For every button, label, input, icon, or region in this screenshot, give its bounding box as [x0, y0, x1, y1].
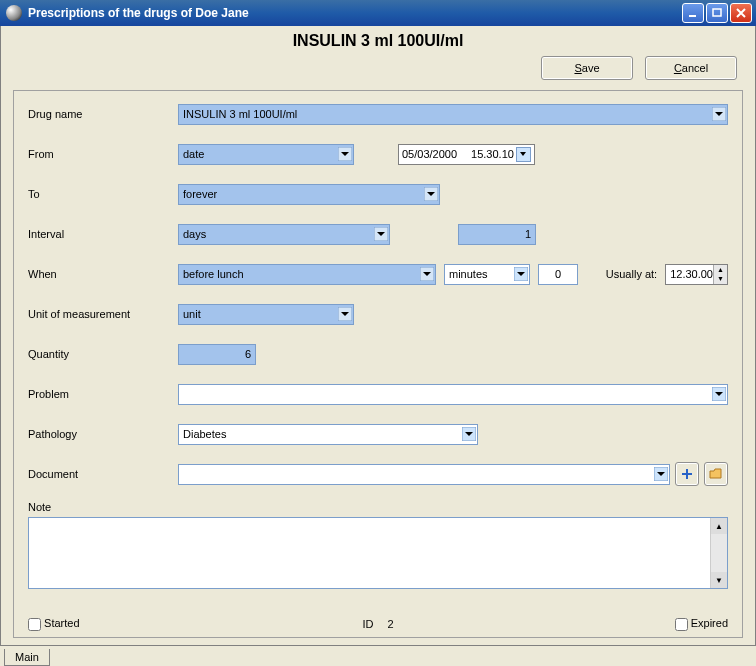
tab-main[interactable]: Main — [4, 649, 50, 666]
folder-icon — [709, 467, 723, 481]
chevron-down-icon[interactable] — [516, 147, 531, 162]
label-id: ID — [362, 618, 373, 630]
maximize-button[interactable] — [706, 3, 728, 23]
tab-bar: Main — [0, 646, 756, 666]
label-to: To — [28, 188, 178, 200]
label-document: Document — [28, 468, 178, 480]
started-checkbox[interactable] — [28, 618, 41, 631]
unit-select[interactable]: unit — [178, 304, 354, 325]
interval-unit-select[interactable]: days — [178, 224, 390, 245]
minimize-button[interactable] — [682, 3, 704, 23]
pathology-select[interactable]: Diabetes — [178, 424, 478, 445]
from-time-value: 15.30.10 — [471, 148, 514, 160]
note-textarea-wrap: ▲ ▼ — [28, 517, 728, 589]
top-button-row: Save Cancel — [1, 50, 755, 90]
window-controls — [682, 3, 752, 23]
note-scrollbar[interactable]: ▲ ▼ — [710, 518, 727, 588]
status-row: Started ID 2 Expired — [28, 617, 728, 631]
svg-rect-3 — [682, 473, 692, 475]
close-button[interactable] — [730, 3, 752, 23]
spinner-up-icon[interactable]: ▲ — [714, 265, 727, 275]
cancel-button[interactable]: Cancel — [645, 56, 737, 80]
quantity-input[interactable] — [178, 344, 256, 365]
usually-at-spinner[interactable]: 12.30.00 ▲ ▼ — [665, 264, 728, 285]
problem-select[interactable] — [178, 384, 728, 405]
from-mode-select[interactable]: date — [178, 144, 354, 165]
from-datetime-field[interactable]: 05/03/2000 15.30.10 — [398, 144, 535, 165]
add-document-button[interactable] — [675, 462, 699, 486]
svg-rect-0 — [689, 15, 696, 17]
drug-name-select[interactable]: INSULIN 3 ml 100UI/ml — [178, 104, 728, 125]
label-from: From — [28, 148, 178, 160]
titlebar: Prescriptions of the drugs of Doe Jane — [0, 0, 756, 26]
interval-value-input[interactable] — [458, 224, 536, 245]
expired-checkbox-label[interactable]: Expired — [675, 617, 728, 631]
usually-at-value: 12.30.00 — [670, 268, 713, 280]
content-area: INSULIN 3 ml 100UI/ml Save Cancel Drug n… — [0, 26, 756, 646]
from-date-value: 05/03/2000 — [402, 148, 457, 160]
document-select[interactable] — [178, 464, 670, 485]
label-unit: Unit of measurement — [28, 308, 178, 320]
scroll-down-icon[interactable]: ▼ — [711, 572, 727, 588]
browse-document-button[interactable] — [704, 462, 728, 486]
started-checkbox-label[interactable]: Started — [28, 617, 80, 631]
id-value: 2 — [387, 618, 393, 630]
svg-rect-1 — [713, 9, 721, 16]
to-mode-select[interactable]: forever — [178, 184, 440, 205]
label-pathology: Pathology — [28, 428, 178, 440]
label-quantity: Quantity — [28, 348, 178, 360]
spinner-down-icon[interactable]: ▼ — [714, 274, 727, 284]
label-usually-at: Usually at: — [606, 268, 657, 280]
when-unit-select[interactable]: minutes — [444, 264, 530, 285]
scroll-up-icon[interactable]: ▲ — [711, 518, 727, 534]
note-textarea[interactable] — [29, 518, 710, 588]
window-title: Prescriptions of the drugs of Doe Jane — [28, 6, 682, 20]
app-icon — [6, 5, 22, 21]
expired-checkbox[interactable] — [675, 618, 688, 631]
label-problem: Problem — [28, 388, 178, 400]
save-button[interactable]: Save — [541, 56, 633, 80]
form-panel: Drug name INSULIN 3 ml 100UI/ml From dat… — [13, 90, 743, 638]
label-when: When — [28, 268, 178, 280]
label-interval: Interval — [28, 228, 178, 240]
when-mode-select[interactable]: before lunch — [178, 264, 436, 285]
plus-icon — [680, 467, 694, 481]
page-title: INSULIN 3 ml 100UI/ml — [1, 26, 755, 50]
when-value-input[interactable] — [538, 264, 578, 285]
label-note: Note — [28, 501, 728, 513]
label-drug-name: Drug name — [28, 108, 178, 120]
